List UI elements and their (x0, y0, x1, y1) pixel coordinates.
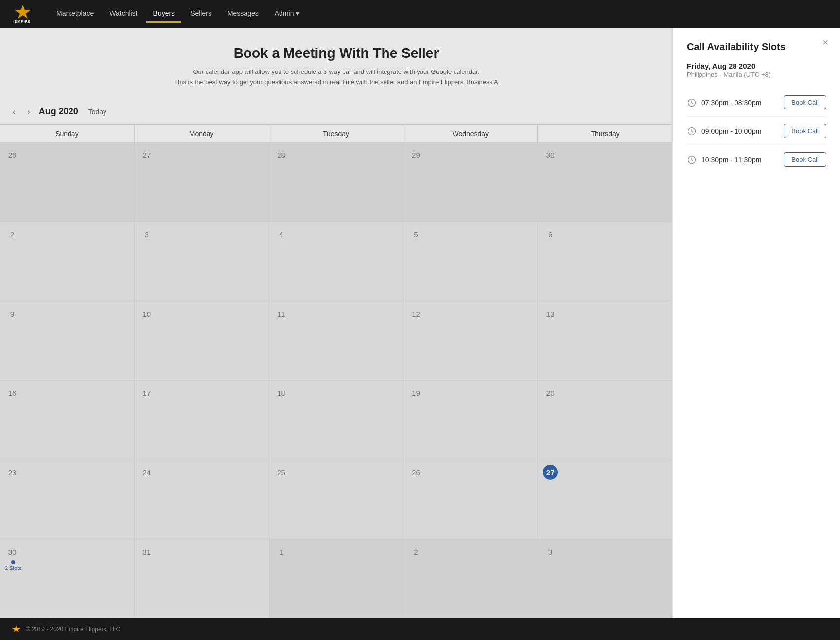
cal-cell[interactable]: 28 (269, 143, 404, 222)
cal-day-num: 5 (408, 227, 423, 242)
cal-month-label: Aug 2020 (39, 107, 78, 117)
cal-cell[interactable]: 6 (538, 222, 672, 301)
cal-cell[interactable]: 2 (403, 539, 538, 618)
cal-day-num: 29 (408, 148, 423, 163)
time-range: 10:30pm - 11:30pm (701, 156, 784, 164)
navbar: EMPIRE Marketplace Watchlist Buyers Sell… (0, 0, 840, 28)
footer-copyright: © 2019 - 2020 Empire Flippers, LLC (26, 626, 120, 633)
cal-cell[interactable]: 19 (403, 381, 538, 460)
cal-day-num: 4 (274, 227, 289, 242)
cal-cell[interactable]: 25 (269, 460, 404, 539)
cal-cell[interactable]: 18 (269, 381, 404, 460)
cal-day-num: 16 (5, 386, 20, 400)
cal-day-num: 30 (5, 544, 20, 559)
col-sunday: Sunday (0, 125, 135, 142)
nav-messages[interactable]: Messages (220, 5, 266, 23)
cal-day-num: 31 (140, 544, 154, 559)
cal-cell[interactable]: 17 (135, 381, 269, 460)
cal-cell[interactable]: 16 (0, 381, 135, 460)
cal-cell[interactable]: 9 (0, 301, 135, 380)
book-call-button[interactable]: Book Call (784, 95, 826, 109)
footer: © 2019 - 2020 Empire Flippers, LLC (0, 618, 840, 640)
col-monday: Monday (135, 125, 269, 142)
cal-day-num: 27 (543, 465, 558, 480)
cal-cell[interactable]: 23 (0, 460, 135, 539)
cal-day-num: 11 (274, 306, 289, 321)
page-subtitle-1: Our calendar app will allow you to sched… (10, 67, 663, 77)
cal-cell[interactable]: 30 (538, 143, 672, 222)
cal-cell[interactable]: 26 (0, 143, 135, 222)
cal-day-num: 23 (5, 465, 20, 480)
cal-day-num: 12 (408, 306, 423, 321)
cal-cell[interactable]: 12 (403, 301, 538, 380)
cal-cell[interactable]: 4 (269, 222, 404, 301)
clock-icon (687, 98, 697, 107)
slot-dot (11, 560, 15, 564)
cal-cell[interactable]: 11 (269, 301, 404, 380)
cal-next-btn[interactable]: › (24, 106, 33, 118)
nav-buyers[interactable]: Buyers (146, 5, 182, 23)
cal-day-num: 26 (5, 148, 20, 163)
cal-day-num: 24 (140, 465, 154, 480)
cal-cell[interactable]: 26 (403, 460, 538, 539)
cal-cell[interactable]: 24 (135, 460, 269, 539)
cal-day-num: 2 (408, 544, 423, 559)
cal-day-num: 6 (543, 227, 558, 242)
book-call-button[interactable]: Book Call (784, 152, 826, 167)
cal-header-row: Sunday Monday Tuesday Wednesday Thursday (0, 124, 672, 143)
cal-cell[interactable]: 27 (538, 460, 672, 539)
cal-row: 2627282930 (0, 143, 672, 222)
page-title: Book a Meeting With The Seller (10, 45, 663, 61)
cal-cell[interactable]: 10 (135, 301, 269, 380)
cal-row: 910111213 (0, 301, 672, 381)
chevron-down-icon: ▾ (296, 9, 299, 17)
logo[interactable]: EMPIRE (12, 4, 34, 24)
calendar-nav: ‹ › Aug 2020 Today (0, 100, 672, 124)
cal-day-num: 30 (543, 148, 558, 163)
cal-today-btn[interactable]: Today (84, 106, 110, 118)
cal-cell[interactable]: 27 (135, 143, 269, 222)
cal-cell[interactable]: 302 Slots (0, 539, 135, 618)
cal-day-num: 2 (5, 227, 20, 242)
cal-cell[interactable]: 3 (135, 222, 269, 301)
cal-day-num: 13 (543, 306, 558, 321)
cal-day-num: 28 (274, 148, 289, 163)
panel-timezone: Philippines - Manila (UTC +8) (687, 71, 826, 78)
nav-marketplace[interactable]: Marketplace (49, 5, 101, 23)
book-call-button[interactable]: Book Call (784, 124, 826, 138)
calendar-section: Book a Meeting With The Seller Our calen… (0, 28, 672, 618)
cal-cell[interactable]: 2 (0, 222, 135, 301)
svg-text:EMPIRE: EMPIRE (15, 20, 31, 23)
slot-indicator: 2 Slots (5, 560, 22, 571)
calendar-grid: Sunday Monday Tuesday Wednesday Thursday… (0, 124, 672, 618)
time-range: 07:30pm - 08:30pm (701, 99, 784, 107)
panel-title: Call Availability Slots (687, 41, 826, 53)
cal-day-num: 3 (140, 227, 154, 242)
footer-logo-icon (12, 625, 21, 633)
cal-day-num: 9 (5, 306, 20, 321)
cal-cell[interactable]: 29 (403, 143, 538, 222)
cal-cell[interactable]: 3 (538, 539, 672, 618)
panel-close-btn[interactable]: × (818, 36, 832, 49)
nav-watchlist[interactable]: Watchlist (103, 5, 144, 23)
cal-row: 2324252627 (0, 460, 672, 539)
cal-cell[interactable]: 20 (538, 381, 672, 460)
panel-date: Friday, Aug 28 2020 (687, 62, 826, 70)
clock-icon (687, 155, 697, 165)
nav-admin[interactable]: Admin ▾ (268, 5, 307, 23)
cal-day-num: 17 (140, 386, 154, 400)
slot-label[interactable]: 2 Slots (5, 565, 22, 571)
page-header: Book a Meeting With The Seller Our calen… (0, 28, 672, 100)
cal-prev-btn[interactable]: ‹ (10, 106, 18, 118)
main-layout: Book a Meeting With The Seller Our calen… (0, 28, 840, 618)
cal-day-num: 27 (140, 148, 154, 163)
nav-sellers[interactable]: Sellers (183, 5, 218, 23)
cal-cell[interactable]: 1 (269, 539, 404, 618)
cal-day-num: 10 (140, 306, 154, 321)
cal-day-num: 20 (543, 386, 558, 400)
cal-cell[interactable]: 31 (135, 539, 269, 618)
cal-row: 302 Slots31123 (0, 539, 672, 618)
cal-cell[interactable]: 13 (538, 301, 672, 380)
cal-cell[interactable]: 5 (403, 222, 538, 301)
cal-body: 2627282930234569101112131617181920232425… (0, 143, 672, 618)
